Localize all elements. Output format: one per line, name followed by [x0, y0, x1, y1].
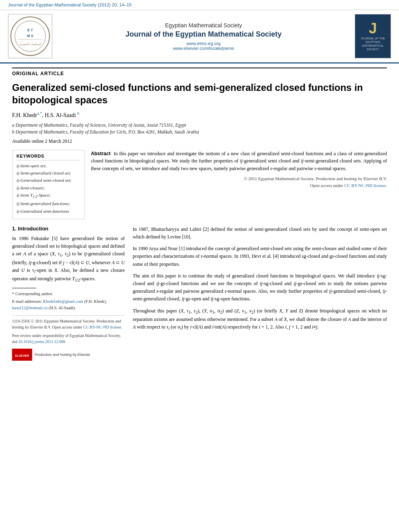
article-title: Generalized semi-closed functions and se…: [12, 81, 387, 106]
right-para1: In 1987, Bhattacharyya and Lahiri [2] de…: [133, 226, 387, 241]
keyword-item: ij-Generalized semi-closed set;: [16, 177, 80, 183]
email1-link[interactable]: Khedrfathi@gmail.com: [43, 299, 83, 304]
keyword-item: ij-Semi-open set;: [16, 163, 80, 169]
author1-name: F.H. Khedr: [12, 112, 37, 118]
svg-text:الرياضيات المصرية: الرياضيات المصرية: [19, 43, 41, 46]
keywords-list: ij-Semi-open set; ij-Semi-generalized cl…: [16, 163, 80, 214]
keywords-title: KEYWORDS: [16, 154, 80, 160]
affiliation-b: b Department of Mathematics, Faculty of …: [12, 129, 387, 136]
elsevier-tagline: Production and hosting by Elsevier: [35, 353, 90, 357]
available-online: Available online 2 March 2012: [12, 138, 387, 144]
right-para2: In 1990 Arya and Nour [1] introduced the…: [133, 245, 387, 268]
keyword-item: ij-Semi-generalized functions;: [16, 201, 80, 207]
header-center: Egyptian Mathematical Society Journal of…: [56, 22, 351, 51]
body-two-col: 1. Introduction In 1986 Fukutake [5] hav…: [12, 226, 387, 361]
svg-text:M S: M S: [27, 34, 33, 38]
section1-para1: In 1986 Fukutake [5] have generalized th…: [12, 235, 125, 284]
journal-bar-link[interactable]: Journal of the Egyptian Mathematical Soc…: [8, 2, 132, 7]
email2-link[interactable]: hasa112@hotmail.co: [12, 306, 47, 310]
right-para4: Throughout this paper (X, τ1, τ2), (Y, σ…: [133, 307, 387, 332]
affiliations: a Department of Mathematics, Faculty of …: [12, 122, 387, 136]
journal-cover: J JOURNAL OF THEEGYPTIANMATHEMATICALSOCI…: [355, 14, 391, 58]
svg-text:ELSEVIER: ELSEVIER: [15, 354, 29, 357]
body-right-col: In 1987, Bhattacharyya and Lahiri [2] de…: [133, 226, 387, 361]
issn-license-link[interactable]: CC BY-NC-ND license.: [83, 325, 122, 329]
elsevier-logo-block: ELSEVIER Production and hosting by Elsev…: [12, 349, 125, 361]
journal-bar: Journal of the Egyptian Mathematical Soc…: [0, 0, 399, 10]
header-url1[interactable]: www.etms-eg.org www.elsevier.com/locate/…: [56, 41, 351, 51]
copyright-text: © 2011 Egyptian Mathematical Society. Pr…: [91, 175, 387, 189]
doi-text: doi:10.1016/j.joems.2011.12.008: [12, 339, 65, 344]
email1-author: (F.H. Khedr),: [84, 299, 107, 304]
abstract-text: Abstract In this paper we introduce and …: [91, 150, 387, 173]
keyword-item: ij-Semi T1/2-Space;: [16, 192, 80, 199]
peer-review-block: Peer review under responsibility of Egyp…: [12, 333, 125, 345]
svg-text:E T: E T: [27, 28, 33, 32]
elsevier-logo: ELSEVIER: [12, 349, 32, 361]
footnote-email: E-mail addresses: Khedrfathi@gmail.com (…: [12, 298, 125, 311]
doi-link[interactable]: 10.1016/j.joems.2011.12.008: [19, 339, 66, 344]
main-content: ORIGINAL ARTICLE Generalized semi-closed…: [0, 64, 399, 369]
affiliation-a: a Department of Mathematics, Faculty of …: [12, 122, 387, 129]
abstract-label: Abstract: [91, 151, 111, 156]
abstract-section: Abstract In this paper we introduce and …: [91, 150, 387, 219]
article-type-label: ORIGINAL ARTICLE: [12, 68, 387, 76]
body-left-col: 1. Introduction In 1986 Fukutake [5] hav…: [12, 226, 125, 361]
keyword-item: ij-Semi-generalized closed set;: [16, 170, 80, 176]
email2-author: (H.S. Al-Saadi).: [49, 306, 76, 310]
keywords-box: KEYWORDS ij-Semi-open set; ij-Semi-gener…: [12, 150, 84, 219]
email-label: E-mail addresses:: [12, 299, 43, 304]
section1-title: 1. Introduction: [12, 226, 125, 232]
keyword-item: ij-Semi-closure;: [16, 185, 80, 191]
cover-letter: J: [369, 21, 377, 36]
keyword-item: ij-Generalized semi-functions: [16, 208, 80, 214]
author2-affil: b: [77, 111, 79, 115]
cover-subtitle: JOURNAL OF THEEGYPTIANMATHEMATICALSOCIET…: [361, 37, 385, 51]
issn-block: 1110-256X © 2011 Egyptian Mathematical S…: [12, 315, 125, 330]
footnote-divider: [12, 288, 36, 288]
license-link[interactable]: CC BY-NC-ND license.: [344, 183, 387, 188]
header-section: E T M S الرياضيات المصرية Egyptian Mathe…: [0, 10, 399, 64]
society-name: Egyptian Mathematical Society: [56, 22, 351, 29]
footnote-corresponding: * Corresponding author.: [12, 291, 125, 297]
journal-logo: E T M S الرياضيات المصرية: [8, 14, 52, 58]
right-para3: The aim of this paper is to continue the…: [133, 272, 387, 303]
authors: F.H. Khedra,*, H.S. Al-Saadi b: [12, 111, 387, 119]
journal-full-name: Journal of the Egyptian Mathematical Soc…: [56, 30, 351, 39]
keywords-abstract-section: KEYWORDS ij-Semi-open set; ij-Semi-gener…: [12, 150, 387, 219]
author1-affil: a,*: [37, 111, 42, 115]
